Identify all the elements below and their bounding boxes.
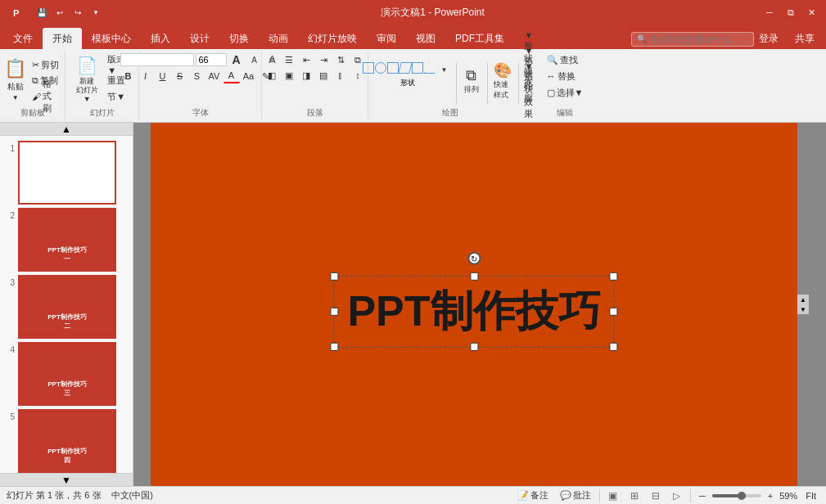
login-button[interactable]: 登录 — [754, 30, 783, 47]
paste-button[interactable]: 📋 粘贴 ▼ — [3, 56, 28, 105]
text-shadow-button[interactable]: S — [189, 69, 205, 83]
font-controls: A A A B I U S S AV A Aa ✎ — [120, 52, 281, 95]
shape-option-4[interactable] — [398, 62, 413, 74]
new-slide-button[interactable]: 📄 新建幻灯片▼ — [70, 56, 103, 105]
font-shrink-button[interactable]: A — [246, 52, 263, 67]
comments-button[interactable]: 💬 批注 — [557, 488, 594, 502]
increase-indent-button[interactable]: ⇥ — [315, 52, 332, 67]
right-scrollbar[interactable]: ▲ ▼ — [797, 295, 809, 314]
restore-button[interactable]: ⧉ — [783, 5, 798, 20]
handle-bottom-left[interactable] — [330, 343, 338, 351]
arrange-label: 排列 — [464, 84, 479, 95]
font-size-input[interactable] — [196, 53, 227, 66]
format-painter-button[interactable]: 🖌 格式刷 — [29, 89, 62, 104]
decrease-indent-button[interactable]: ⇤ — [298, 52, 314, 67]
zoom-slider[interactable] — [712, 494, 761, 497]
align-center-button[interactable]: ▣ — [281, 68, 297, 83]
paste-dropdown[interactable]: ▼ — [12, 94, 19, 101]
tab-slideshow[interactable]: 幻灯片放映 — [298, 28, 367, 49]
slide-thumb-5[interactable]: PPT制作技巧四 — [18, 409, 116, 473]
handle-bottom-middle[interactable] — [470, 343, 478, 351]
tab-review[interactable]: 审阅 — [367, 28, 406, 49]
undo-icon[interactable]: ↩ — [52, 5, 67, 20]
slide-sorter-button[interactable]: ⊟ — [648, 488, 664, 503]
minimize-button[interactable]: ─ — [762, 5, 777, 20]
save-icon[interactable]: 💾 — [34, 5, 49, 20]
handle-top-middle[interactable] — [470, 272, 478, 281]
fit-button[interactable]: FIt — [802, 490, 819, 502]
underline-button[interactable]: U — [155, 69, 171, 83]
shape-option-6[interactable] — [424, 62, 436, 74]
zoom-in-button[interactable]: + — [765, 490, 776, 502]
tab-design[interactable]: 设计 — [180, 28, 219, 49]
rotate-handle[interactable]: ↻ — [467, 252, 481, 265]
slide-thumb-3[interactable]: PPT制作技巧二 — [18, 275, 116, 339]
handle-bottom-right[interactable] — [610, 343, 618, 351]
tab-file[interactable]: 文件 — [3, 28, 43, 49]
new-slide-label: 新建幻灯片▼ — [74, 77, 100, 103]
scroll-down-button[interactable]: ▼ — [0, 473, 133, 486]
find-button[interactable]: 🔍 查找 — [544, 52, 586, 67]
handle-top-right[interactable] — [610, 272, 618, 281]
tab-template[interactable]: 模板中心 — [82, 28, 141, 49]
tab-animation[interactable]: 动画 — [259, 28, 298, 49]
text-direction-button[interactable]: ⇅ — [332, 52, 349, 67]
normal-view-button[interactable]: ▣ — [605, 488, 621, 503]
scroll-up-button[interactable]: ▲ — [0, 123, 133, 136]
column-button[interactable]: ⫿ — [332, 68, 349, 83]
handle-middle-left[interactable] — [330, 308, 338, 316]
quick-style-button[interactable]: 🎨 快速样式 — [490, 60, 515, 102]
slide-title-text[interactable]: PPT制作技巧 — [347, 283, 600, 340]
tab-view[interactable]: 视图 — [406, 28, 445, 49]
zoom-area: ─ + 59% — [696, 490, 797, 502]
customize-icon[interactable]: ▼ — [88, 5, 103, 20]
justify-button[interactable]: ▤ — [315, 68, 332, 83]
shape-option-5[interactable] — [412, 62, 423, 74]
redo-icon[interactable]: ↪ — [70, 5, 85, 20]
slide-thumb-1[interactable] — [18, 141, 116, 205]
align-right-button[interactable]: ◨ — [298, 68, 314, 83]
close-button[interactable]: ✕ — [805, 5, 819, 20]
tab-home[interactable]: 开始 — [43, 28, 82, 49]
cut-icon: ✂ — [32, 60, 39, 70]
tab-transition[interactable]: 切换 — [219, 28, 259, 49]
text-box-selected[interactable]: ↻ PPT制作技巧 — [333, 276, 614, 348]
format-painter-label: 格式刷 — [43, 78, 60, 115]
scroll-up-arrow[interactable]: ▲ — [797, 295, 809, 304]
char-spacing-button[interactable]: AV — [206, 69, 223, 83]
strikethrough-button[interactable]: S — [172, 69, 188, 83]
shape-option-1[interactable] — [363, 62, 374, 74]
arrange-button[interactable]: ⧉ 排列 — [459, 65, 484, 97]
replace-button[interactable]: ↔ 替换 — [544, 69, 586, 83]
help-search[interactable]: 🔍 — [631, 32, 754, 47]
shape-option-2[interactable] — [375, 62, 386, 74]
slide-canvas[interactable]: ↻ PPT制作技巧 — [151, 123, 797, 486]
tab-insert[interactable]: 插入 — [141, 28, 180, 49]
cut-button[interactable]: ✂ 剪切 — [29, 58, 62, 73]
select-button[interactable]: ▢ 选择▼ — [544, 85, 586, 100]
font-name-input[interactable] — [120, 53, 194, 66]
shape-option-3[interactable] — [387, 62, 399, 74]
handle-middle-right[interactable] — [610, 308, 618, 316]
handle-top-left[interactable] — [330, 272, 338, 281]
share-button[interactable]: 共享 — [790, 30, 819, 47]
numbered-list-button[interactable]: ☰ — [281, 52, 297, 67]
tab-pdf[interactable]: PDF工具集 — [445, 28, 514, 49]
zoom-out-button[interactable]: ─ — [696, 490, 709, 502]
font-grow-button[interactable]: A — [228, 52, 245, 67]
scroll-down-arrow[interactable]: ▼ — [797, 304, 809, 314]
align-left-button[interactable]: ◧ — [264, 68, 280, 83]
slide-thumb-2[interactable]: PPT制作技巧一 — [18, 208, 116, 272]
font-color-button[interactable]: A — [223, 69, 240, 83]
notes-button[interactable]: 📝 备注 — [514, 488, 552, 502]
slide-thumb-4[interactable]: PPT制作技巧三 — [18, 342, 116, 406]
reading-view-button[interactable]: ▷ — [669, 488, 685, 503]
case-button[interactable]: Aa — [241, 69, 257, 83]
bullet-list-button[interactable]: ≡ — [264, 52, 280, 67]
outline-view-button[interactable]: ⊞ — [626, 488, 643, 503]
search-input[interactable] — [650, 34, 756, 44]
shapes-dropdown-button[interactable]: ▼ — [436, 62, 453, 77]
italic-button[interactable]: I — [138, 69, 154, 83]
zoom-slider-thumb[interactable] — [738, 492, 746, 500]
bold-button[interactable]: B — [120, 69, 137, 83]
